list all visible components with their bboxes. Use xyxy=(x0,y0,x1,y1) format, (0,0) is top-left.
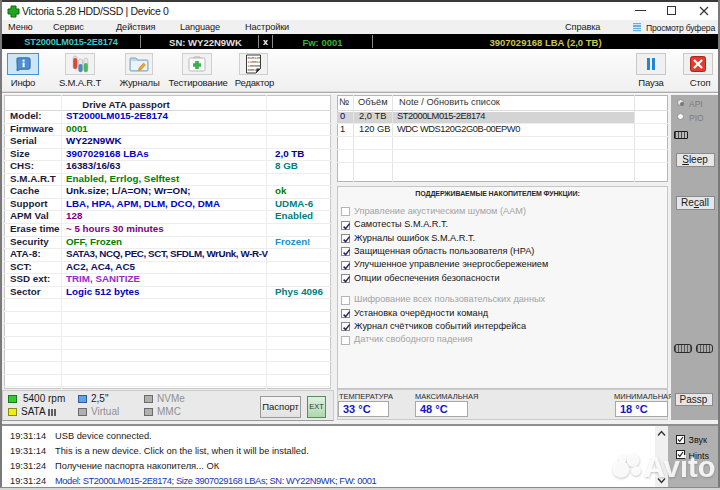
svg-text:0001: 0001 xyxy=(248,68,257,72)
